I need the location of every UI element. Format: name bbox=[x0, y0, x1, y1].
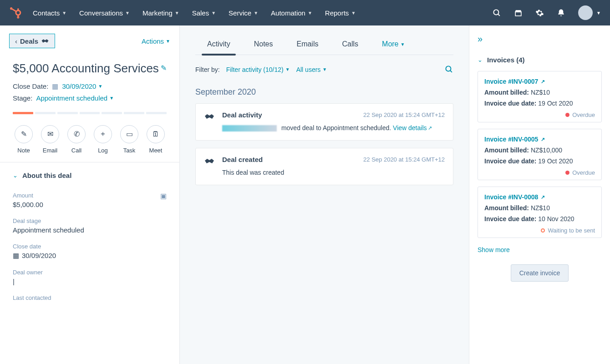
account-menu[interactable]: ▼ bbox=[578, 5, 601, 20]
svg-line-8 bbox=[498, 14, 500, 15]
invoice-status: Waiting to be sent bbox=[484, 227, 595, 234]
nav-conversations[interactable]: Conversations▼ bbox=[79, 9, 130, 17]
nav-service[interactable]: Service▼ bbox=[229, 9, 258, 17]
pipeline-segment bbox=[102, 112, 122, 114]
activity-title: Deal activity bbox=[222, 111, 262, 119]
search-icon[interactable] bbox=[445, 65, 453, 74]
field-label: Deal owner bbox=[13, 269, 167, 276]
view-details-link[interactable]: View details↗ bbox=[393, 124, 432, 131]
tab-activity[interactable]: Activity bbox=[195, 32, 242, 55]
close-date-value[interactable]: 30/09/2020 ▼ bbox=[62, 82, 102, 90]
plus-icon: ＋ bbox=[99, 129, 107, 139]
tab-notes[interactable]: Notes bbox=[242, 32, 285, 55]
show-more-link[interactable]: Show more bbox=[478, 244, 602, 261]
caret-down-icon: ▼ bbox=[166, 39, 170, 44]
month-heading: September 2020 bbox=[195, 76, 453, 103]
field-label: Close date bbox=[13, 243, 167, 250]
tab-emails[interactable]: Emails bbox=[285, 32, 330, 55]
invoice-card: Invoice #INV-0007 ↗ Amount billed: NZ$10… bbox=[478, 71, 602, 122]
handshake-icon bbox=[204, 156, 215, 167]
back-to-deals-button[interactable]: ‹ Deals bbox=[9, 34, 55, 48]
svg-line-11 bbox=[450, 71, 452, 72]
invoice-status: Overdue bbox=[484, 111, 595, 118]
svg-point-2 bbox=[10, 7, 12, 10]
amount-billed: NZ$10 bbox=[531, 89, 550, 96]
external-link-icon: ↗ bbox=[428, 125, 432, 131]
stage-label: Stage: bbox=[13, 94, 32, 102]
svg-point-7 bbox=[493, 10, 498, 15]
right-panel: » ⌄ Invoices (4) Invoice #INV-0007 ↗ Amo… bbox=[469, 25, 610, 364]
nav-contacts[interactable]: Contacts▼ bbox=[33, 9, 66, 17]
tab-calls[interactable]: Calls bbox=[330, 32, 370, 55]
field-label: Last contacted bbox=[13, 294, 167, 301]
nav-marketing[interactable]: Marketing▼ bbox=[142, 9, 179, 17]
marketplace-icon[interactable] bbox=[514, 9, 523, 17]
top-nav: Contacts▼ Conversations▼ Marketing▼ Sale… bbox=[0, 0, 610, 25]
filter-activity-dropdown[interactable]: Filter activity (10/12)▼ bbox=[226, 66, 290, 73]
task-button[interactable]: ▭Task bbox=[120, 125, 138, 154]
nav-automation[interactable]: Automation▼ bbox=[271, 9, 312, 17]
log-button[interactable]: ＋Log bbox=[94, 125, 112, 154]
filter-row: Filter by: Filter activity (10/12)▼ All … bbox=[195, 55, 453, 76]
chevron-down-icon: ▼ bbox=[351, 10, 356, 15]
calendar-icon: ▭ bbox=[126, 130, 133, 138]
status-dot-icon bbox=[541, 228, 545, 233]
center-panel: Activity Notes Emails Calls More▼ Filter… bbox=[180, 25, 469, 364]
nav-reports[interactable]: Reports▼ bbox=[325, 9, 356, 17]
note-button[interactable]: ✎Note bbox=[15, 125, 33, 154]
call-button[interactable]: ✆Call bbox=[67, 125, 86, 154]
caret-down-icon: ▼ bbox=[322, 67, 327, 72]
field-close-date: Close date ▦30/09/2020 bbox=[0, 238, 179, 264]
gear-icon[interactable] bbox=[535, 9, 544, 17]
activity-title: Deal created bbox=[222, 156, 263, 163]
invoice-status: Overdue bbox=[484, 169, 595, 176]
field-deal-stage: Deal stage Appointment scheduled bbox=[0, 213, 179, 238]
chevron-down-icon: ▼ bbox=[125, 10, 130, 15]
note-icon: ✎ bbox=[21, 130, 27, 138]
field-value[interactable]: $5,000.00 bbox=[13, 201, 167, 208]
external-link-icon: ↗ bbox=[541, 136, 545, 142]
status-dot-icon bbox=[565, 113, 569, 117]
chevron-down-icon: ▼ bbox=[211, 10, 216, 15]
activity-text: This deal was created bbox=[222, 168, 445, 177]
quick-actions: ✎Note ✉Email ✆Call ＋Log ▭Task 🗓Meet bbox=[0, 114, 179, 162]
collapse-panel-icon[interactable]: » bbox=[478, 32, 602, 52]
field-value[interactable]: Appointment scheduled bbox=[13, 226, 167, 234]
field-last-contacted: Last contacted bbox=[0, 290, 179, 308]
actions-dropdown[interactable]: Actions ▼ bbox=[142, 37, 170, 45]
deal-title: $5,000 Accounting Services bbox=[13, 61, 161, 76]
field-value[interactable]: ▦30/09/2020 bbox=[13, 252, 167, 260]
pipeline-segment bbox=[57, 112, 78, 114]
nav-sales[interactable]: Sales▼ bbox=[192, 9, 216, 17]
chevron-down-icon: ▼ bbox=[175, 10, 179, 15]
invoice-link[interactable]: Invoice #INV-0005 ↗ bbox=[484, 136, 545, 143]
chevron-down-icon: ⌄ bbox=[478, 56, 483, 63]
search-icon[interactable] bbox=[493, 9, 501, 17]
create-invoice-button[interactable]: Create invoice bbox=[511, 264, 569, 282]
caret-down-icon: ▼ bbox=[401, 42, 405, 47]
svg-rect-9 bbox=[515, 12, 521, 16]
invoice-link[interactable]: Invoice #INV-0008 ↗ bbox=[484, 193, 545, 201]
invoice-card: Invoice #INV-0008 ↗ Amount billed: NZ$10… bbox=[478, 187, 602, 238]
pencil-icon[interactable]: ✎ bbox=[161, 64, 167, 72]
activity-card: Deal created 22 Sep 2020 at 15:24 GMT+12… bbox=[195, 148, 453, 185]
filter-users-dropdown[interactable]: All users▼ bbox=[296, 66, 327, 73]
pipeline-segment bbox=[13, 112, 33, 114]
bell-icon[interactable] bbox=[557, 9, 565, 17]
tab-more[interactable]: More▼ bbox=[370, 32, 417, 55]
invoice-card: Invoice #INV-0005 ↗ Amount billed: NZ$10… bbox=[478, 129, 602, 180]
nav-right: ▼ bbox=[493, 5, 601, 20]
calendar-icon: ▦ bbox=[13, 252, 19, 260]
about-deal-section-header[interactable]: ⌄ About this deal bbox=[0, 162, 179, 187]
email-button[interactable]: ✉Email bbox=[41, 125, 59, 154]
stage-value[interactable]: Appointment scheduled ▼ bbox=[36, 94, 114, 102]
hubspot-logo-icon[interactable] bbox=[9, 6, 22, 19]
meet-button[interactable]: 🗓Meet bbox=[147, 125, 165, 154]
details-icon[interactable]: ▣ bbox=[160, 192, 167, 200]
due-date: 19 Oct 2020 bbox=[538, 157, 573, 165]
caret-down-icon: ▼ bbox=[98, 84, 102, 89]
field-value[interactable]: | bbox=[13, 278, 167, 285]
invoice-link[interactable]: Invoice #INV-0007 ↗ bbox=[484, 78, 545, 85]
invoices-section-header[interactable]: ⌄ Invoices (4) bbox=[478, 52, 602, 71]
amount-billed: NZ$10,000 bbox=[531, 147, 562, 154]
